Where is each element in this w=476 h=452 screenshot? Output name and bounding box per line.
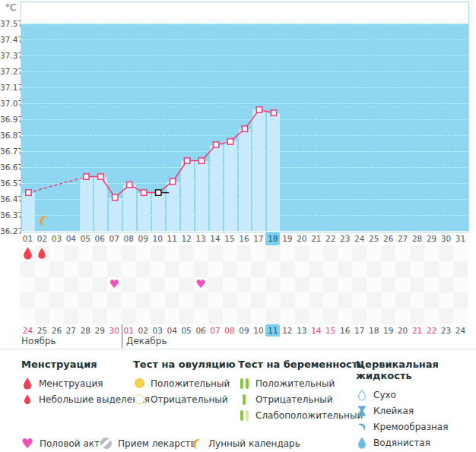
temp-point-day-1[interactable] <box>26 190 31 195</box>
calendar-date-16[interactable]: 16 <box>338 324 352 337</box>
calendar-date-22[interactable]: 22 <box>424 324 439 337</box>
legend-item: Кремообразная <box>356 419 476 435</box>
calendar-date-17[interactable]: 17 <box>352 324 367 337</box>
cycle-day-11[interactable]: 11 <box>165 232 179 245</box>
moon-orange-icon <box>190 438 202 450</box>
cycle-day-27[interactable]: 27 <box>395 232 410 245</box>
chart-temperature-zone <box>21 24 468 231</box>
temp-point-day-9[interactable] <box>141 190 147 195</box>
calendar-date-23[interactable]: 23 <box>439 324 453 337</box>
event-tracker-grid[interactable] <box>21 245 468 324</box>
cycle-day-01[interactable]: 01 <box>21 232 35 245</box>
cycle-day-10[interactable]: 10 <box>151 232 165 245</box>
calendar-date-30[interactable]: 30 <box>107 324 122 337</box>
cycle-day-07[interactable]: 07 <box>107 232 122 245</box>
menstruation-drop-icon[interactable] <box>37 248 46 262</box>
calendar-date-28[interactable]: 28 <box>78 324 93 337</box>
cycle-day-28[interactable]: 28 <box>410 232 424 245</box>
cycle-day-04[interactable]: 04 <box>64 232 78 245</box>
temp-point-day-16[interactable] <box>242 126 247 131</box>
temp-point-day-6[interactable] <box>98 174 103 179</box>
legend-item: Прием лекарств <box>100 435 196 451</box>
legend-item: Клейкая <box>356 403 476 419</box>
temp-point-day-5[interactable] <box>84 174 89 179</box>
temp-point-day-11[interactable] <box>170 179 176 184</box>
cycle-day-02[interactable]: 02 <box>35 232 49 245</box>
calendar-date-06[interactable]: 06 <box>194 324 208 337</box>
intercourse-heart-icon[interactable]: ♥ <box>107 279 122 290</box>
calendar-date-15[interactable]: 15 <box>323 324 338 337</box>
calendar-date-25[interactable]: 25 <box>35 324 49 337</box>
legend-item: Небольшие выделения <box>21 391 150 407</box>
calendar-date-21[interactable]: 21 <box>410 324 424 337</box>
temp-point-day-8[interactable] <box>127 182 132 187</box>
intercourse-heart-icon[interactable]: ♥ <box>194 279 208 290</box>
calendar-date-24[interactable]: 24 <box>453 324 468 337</box>
calendar-date-29[interactable]: 29 <box>93 324 107 337</box>
calendar-date-13[interactable]: 13 <box>294 324 309 337</box>
calendar-date-20[interactable]: 20 <box>395 324 410 337</box>
calendar-date-09[interactable]: 09 <box>237 324 252 337</box>
cycle-day-12[interactable]: 12 <box>179 232 194 245</box>
temp-point-day-12[interactable] <box>184 158 189 163</box>
calendar-date-04[interactable]: 04 <box>165 324 179 337</box>
cycle-day-23[interactable]: 23 <box>338 232 352 245</box>
cycle-day-22[interactable]: 22 <box>323 232 338 245</box>
y-tick-label: 36.67 <box>0 163 18 172</box>
cycle-day-05[interactable]: 05 <box>78 232 93 245</box>
cycle-day-14[interactable]: 14 <box>208 232 223 245</box>
calendar-date-05[interactable]: 05 <box>179 324 194 337</box>
cycle-day-31[interactable]: 31 <box>453 232 468 245</box>
cycle-day-06[interactable]: 06 <box>93 232 107 245</box>
cycle-day-21[interactable]: 21 <box>309 232 323 245</box>
calendar-date-10[interactable]: 10 <box>251 324 265 337</box>
legend-item-label: Положительный <box>151 378 230 389</box>
cycle-day-18[interactable]: 18 <box>265 232 280 245</box>
calendar-date-01[interactable]: 01 <box>122 324 136 337</box>
calendar-date-02[interactable]: 02 <box>136 324 151 337</box>
y-tick-label: 36.97 <box>0 115 18 124</box>
calendar-date-03[interactable]: 03 <box>151 324 165 337</box>
cycle-day-25[interactable]: 25 <box>367 232 381 245</box>
temp-point-day-13[interactable] <box>198 158 204 163</box>
cycle-day-29[interactable]: 29 <box>424 232 439 245</box>
cycle-day-16[interactable]: 16 <box>237 232 252 245</box>
y-tick-label: 37.07 <box>0 99 18 108</box>
cycle-day-17[interactable]: 17 <box>251 232 265 245</box>
temp-point-day-18[interactable] <box>271 110 276 115</box>
calendar-date-07[interactable]: 07 <box>208 324 223 337</box>
cycle-day-19[interactable]: 19 <box>280 232 294 245</box>
drop-red-small-icon <box>21 394 33 404</box>
legend-item: Отрицательный <box>238 391 364 407</box>
menstruation-drop-icon[interactable] <box>23 247 33 263</box>
calendar-date-18[interactable]: 18 <box>367 324 381 337</box>
cycle-day-30[interactable]: 30 <box>439 232 453 245</box>
calendar-date-27[interactable]: 27 <box>64 324 78 337</box>
calendar-date-12[interactable]: 12 <box>280 324 294 337</box>
calendar-date-08[interactable]: 08 <box>223 324 237 337</box>
legend-header: Цервикальная жидкость <box>356 359 476 381</box>
cycle-day-15[interactable]: 15 <box>223 232 237 245</box>
calendar-date-26[interactable]: 26 <box>49 324 64 337</box>
temp-point-day-14[interactable] <box>213 142 218 147</box>
temp-point-day-17[interactable] <box>256 107 262 112</box>
temp-line <box>86 109 274 198</box>
cycle-day-26[interactable]: 26 <box>381 232 395 245</box>
cycle-day-24[interactable]: 24 <box>352 232 367 245</box>
legend-item: Менструация <box>21 375 150 391</box>
cycle-day-03[interactable]: 03 <box>49 232 64 245</box>
cycle-day-20[interactable]: 20 <box>294 232 309 245</box>
calendar-date-24[interactable]: 24 <box>21 324 35 337</box>
calendar-date-14[interactable]: 14 <box>309 324 323 337</box>
calendar-date-19[interactable]: 19 <box>381 324 395 337</box>
temp-point-day-7[interactable] <box>113 194 118 200</box>
temp-point-day-10[interactable] <box>156 190 161 195</box>
cycle-day-09[interactable]: 09 <box>136 232 151 245</box>
cycle-day-13[interactable]: 13 <box>194 232 208 245</box>
fluid-creamy-crescent-icon <box>356 422 368 431</box>
legend-item-label: Положительный <box>255 378 335 389</box>
calendar-date-11[interactable]: 11 <box>265 324 280 337</box>
temp-point-day-15[interactable] <box>227 139 233 144</box>
temperature-line-plot <box>21 24 468 231</box>
cycle-day-08[interactable]: 08 <box>122 232 136 245</box>
